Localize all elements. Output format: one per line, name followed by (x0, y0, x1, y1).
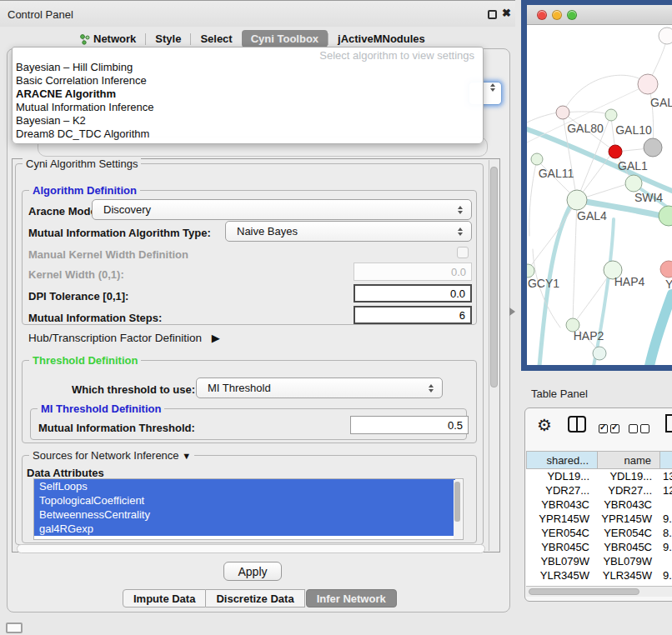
tab-infer-network[interactable]: Infer Network (306, 589, 397, 608)
column-header-name[interactable]: name (598, 451, 660, 469)
table-cell: YBR043C (526, 498, 598, 512)
node-gal-top[interactable] (638, 74, 658, 94)
attr-scrollbar-thumb[interactable] (454, 482, 460, 522)
tab-cyni-toolbox[interactable]: Cyni Toolbox (242, 30, 328, 48)
node-gray[interactable] (644, 138, 662, 157)
group-title: Algorithm Definition (29, 184, 140, 197)
data-attribute-item[interactable]: gal4RGexp (34, 522, 455, 536)
table-row[interactable]: YDL19...YDL19...13 (526, 469, 672, 483)
network-window-titlebar[interactable] (527, 5, 672, 25)
tab-network[interactable]: Network (70, 30, 145, 48)
table-row[interactable]: YBL079WYBL079W (526, 554, 672, 568)
control-panel-tabbar: Network Style Select Cyni Toolbox jActiv… (70, 29, 434, 48)
expand-arrow-icon: ▶ (212, 332, 220, 344)
column-layout-icon[interactable] (567, 415, 587, 433)
node-gal1[interactable] (625, 175, 642, 192)
algorithm-menu-item[interactable]: Dream8 DC_TDC Algorithm (16, 128, 479, 141)
table-cell: YPR145W (526, 512, 598, 526)
node-gal4[interactable] (567, 190, 587, 210)
node-top-right[interactable] (659, 28, 672, 44)
zoom-traffic-light-icon[interactable] (567, 10, 577, 20)
data-attribute-item[interactable]: TopologicalCoefficient (34, 493, 455, 508)
hub-definition-expander[interactable]: Hub/Transcription Factor Definition ▶ (28, 332, 220, 344)
network-edge[interactable] (529, 159, 537, 236)
data-attribute-item[interactable]: SelfLoops (34, 479, 455, 493)
table-panel: ⚙ shared... name YDL19...YDL19...13YDR27… (524, 408, 672, 602)
table-row[interactable]: YPR145WYPR145W9. (526, 512, 672, 526)
data-attribute-item[interactable]: BetweennessCentrality (34, 508, 455, 522)
apply-button[interactable]: Apply (223, 562, 282, 581)
algorithm-menu-item[interactable]: Mutual Information Inference (16, 101, 479, 114)
hide-columns-icon[interactable] (629, 424, 649, 433)
aracne-mode-label: Aracne Mode: (28, 205, 100, 218)
table-scrollbar-thumb[interactable] (529, 588, 639, 595)
node-gal80[interactable] (556, 106, 569, 119)
column-header-partial[interactable] (660, 451, 672, 469)
network-edge[interactable] (649, 294, 672, 366)
kernel-width-field[interactable]: 0.0 (354, 262, 472, 281)
table-row[interactable]: YLR345WYLR345W9. (526, 568, 672, 582)
attr-list-scrollbar[interactable] (454, 480, 462, 539)
algorithm-menu-item[interactable]: Bayesian – K2 (16, 114, 479, 128)
table-cell: YLR345W (598, 568, 660, 582)
aracne-mode-select[interactable]: Discovery (92, 199, 472, 220)
node-gcy1[interactable] (527, 264, 534, 278)
float-window-icon[interactable] (488, 10, 497, 19)
node-gal10[interactable] (605, 109, 617, 121)
dpi-tolerance-field[interactable]: 0.0 (354, 284, 472, 302)
network-node-label: GAL10 (615, 123, 652, 137)
settings-horizontal-scrollbar[interactable] (17, 544, 485, 553)
combo-value: Naive Bayes (237, 225, 298, 238)
network-edge[interactable] (563, 75, 648, 112)
table-body: YDL19...YDL19...13YDR27...YDR27...12YBR0… (526, 469, 672, 586)
show-columns-icon[interactable] (599, 424, 619, 433)
tab-impute-data[interactable]: Impute Data (123, 589, 206, 608)
table-cell: YBR043C (598, 498, 660, 512)
node-bottom[interactable] (593, 347, 606, 360)
minimize-traffic-light-icon[interactable] (552, 10, 562, 20)
group-title: Cyni Algorithm Settings (23, 158, 141, 170)
table-cell: YDL19... (598, 469, 660, 483)
node-salmon[interactable] (660, 261, 672, 278)
mi-type-select[interactable]: Naive Bayes (225, 221, 472, 242)
data-attributes-list[interactable]: SelfLoopsTopologicalCoefficientBetweenne… (33, 478, 464, 540)
tab-select[interactable]: Select (191, 30, 241, 48)
tab-jactivemnodules[interactable]: jActiveMNodules (328, 30, 434, 48)
tab-discretize-data[interactable]: Discretize Data (206, 589, 304, 608)
sources-title[interactable]: Sources for Network Inference ▼ (29, 449, 194, 462)
table-cell (660, 554, 663, 568)
column-header-shared-name[interactable]: shared... (526, 451, 598, 469)
table-row[interactable]: YER054CYER054C8. (526, 526, 672, 540)
node-gal11[interactable] (531, 153, 543, 165)
mi-steps-field[interactable]: 6 (354, 306, 472, 324)
node-right-green[interactable] (659, 206, 672, 226)
table-row[interactable]: YBR043CYBR043C (526, 498, 672, 512)
node-red[interactable] (609, 145, 622, 158)
tab-label: Style (155, 32, 181, 45)
mi-steps-label: Mutual Information Steps: (28, 312, 162, 324)
network-edge[interactable] (527, 112, 559, 122)
close-icon[interactable]: ✖ (502, 7, 511, 19)
mi-threshold-field[interactable]: 0.5 (350, 416, 469, 434)
table-cell: YER054C (526, 526, 598, 540)
table-cell: YPR145W (598, 512, 660, 526)
table-horizontal-scrollbar[interactable] (526, 586, 672, 597)
network-canvas[interactable]: GALGAL80GAL10GAL1GAL11SWI4GAL4GCY1HAP4YH… (527, 26, 672, 366)
settings-gear-icon[interactable]: ⚙ (537, 415, 552, 435)
which-threshold-select[interactable]: MI Threshold (196, 378, 443, 398)
settings-scrollbar-thumb[interactable] (490, 167, 498, 388)
algorithm-menu-item[interactable]: Bayesian – Hill Climbing (16, 61, 479, 74)
function-builder-icon[interactable] (664, 412, 672, 434)
table-row[interactable]: YDR27...YDR27...12 (526, 483, 672, 498)
algorithm-menu-item[interactable]: Basic Correlation Inference (16, 74, 479, 88)
panel-splitter-handle[interactable] (509, 308, 515, 316)
manual-kernel-checkbox[interactable] (457, 247, 469, 258)
algorithm-menu-item[interactable]: ARACNE Algorithm (16, 88, 479, 101)
close-traffic-light-icon[interactable] (537, 10, 547, 20)
tab-style[interactable]: Style (146, 30, 190, 48)
combo-stepper-icon (458, 206, 463, 214)
table-row[interactable]: YBR045CYBR045C9. (526, 540, 672, 554)
network-node-label: GCY1 (528, 277, 559, 290)
minimized-panel-icon[interactable] (6, 622, 23, 633)
attr-items: SelfLoopsTopologicalCoefficientBetweenne… (34, 479, 463, 536)
